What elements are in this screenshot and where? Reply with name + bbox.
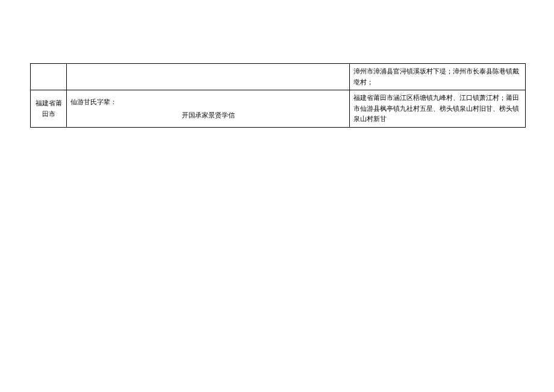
- genealogy-table: 漳州市漳浦县官浔镇溪坂村下堤；漳州市长泰县陈巷镇戴墘村； 福建省莆田市 仙游甘氏…: [30, 63, 526, 128]
- locations-cell: 福建省莆田市涵江区梧塘镇九峰村、江口镇萧江村；莆田市仙游县枫亭镇九社村五星、榜头…: [350, 90, 526, 128]
- locations-text: 漳州市漳浦县官浔镇溪坂村下堤；漳州市长泰县陈巷镇戴墘村；: [353, 67, 519, 86]
- document-table: 漳州市漳浦县官浔镇溪坂村下堤；漳州市长泰县陈巷镇戴墘村； 福建省莆田市 仙游甘氏…: [30, 63, 525, 128]
- middle-cell: [67, 64, 350, 90]
- ziabei-generations: 开国承家景贤学信: [70, 110, 346, 121]
- region-cell: [31, 64, 67, 90]
- middle-cell: 仙游甘氏字辈： 开国承家景贤学信: [67, 90, 350, 128]
- region-cell: 福建省莆田市: [31, 90, 67, 128]
- table-row: 福建省莆田市 仙游甘氏字辈： 开国承家景贤学信 福建省莆田市涵江区梧塘镇九峰村、…: [31, 90, 526, 128]
- locations-cell: 漳州市漳浦县官浔镇溪坂村下堤；漳州市长泰县陈巷镇戴墘村；: [350, 64, 526, 90]
- ziabei-content: 仙游甘氏字辈： 开国承家景贤学信: [70, 97, 346, 120]
- region-text: 福建省莆田市: [36, 99, 62, 117]
- ziabei-label: 仙游甘氏字辈：: [70, 97, 346, 108]
- table-row: 漳州市漳浦县官浔镇溪坂村下堤；漳州市长泰县陈巷镇戴墘村；: [31, 64, 526, 90]
- locations-text: 福建省莆田市涵江区梧塘镇九峰村、江口镇萧江村；莆田市仙游县枫亭镇九社村五星、榜头…: [353, 94, 519, 122]
